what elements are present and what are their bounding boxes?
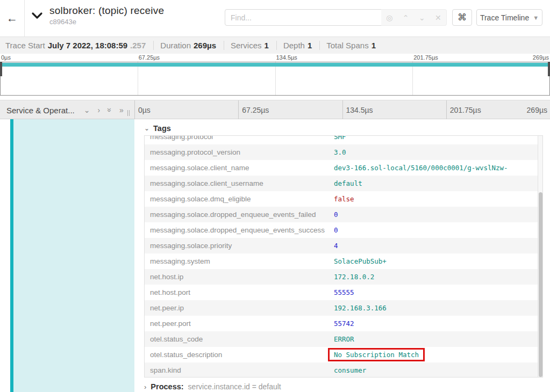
find-input[interactable] [225,9,382,26]
tag-row[interactable]: net.peer.ip192.168.3.166 [145,300,542,316]
close-icon[interactable]: ✕ [435,13,441,22]
tag-key: messaging.protocol [145,135,334,141]
trace-title: solbroker: (topic) receive [49,5,164,17]
tags-section-title: Tags [153,124,171,133]
tag-value: 3.0 [334,148,346,156]
tag-row[interactable]: net.host.port55555 [145,285,542,300]
ruler-tick: 67.25µs [238,100,342,120]
double-chevron-right-icon[interactable]: » [119,106,124,114]
tag-row[interactable]: otel.status_codeERROR [145,331,542,347]
tag-row[interactable]: messaging.solace.dropped_enqueue_events_… [145,222,542,238]
trace-page-header: ← solbroker: (topic) receive c89643e ◎ ⌃… [0,0,550,37]
tag-key: messaging.solace.client_name [145,164,334,172]
chevron-down-icon: ⌄ [144,125,149,132]
process-section-toggle[interactable]: › Process: service.instance.id = default [144,382,281,391]
minimap-tick-label: 0µs [1,54,11,61]
tag-key: net.host.port [145,288,334,296]
trace-summary-bar: Trace StartJuly 7 2022, 18:08:59.257Dura… [0,37,550,54]
back-arrow-icon: ← [6,12,18,25]
double-chevron-down-icon[interactable]: » [106,108,113,112]
tag-key: otel.status_description [145,351,334,359]
process-section-title: Process: [151,382,183,391]
tag-key: messaging.solace.dropped_enqueue_events_… [145,210,334,219]
tag-key: span.kind [145,366,334,374]
minimap-span-bar [1,63,549,67]
tag-value: 55555 [334,288,354,296]
span-name-panel[interactable] [13,119,134,392]
tag-row[interactable]: messaging.solace.dropped_enqueue_events_… [145,207,542,222]
service-operation-header: Service & Operat... ⌄ › » » [0,100,134,120]
trace-id: c89643e [49,18,164,26]
tags-rows: messaging.protocolSMFmessaging.protocol_… [145,135,542,378]
column-resize-grip[interactable] [127,110,130,116]
tag-value: No Subscription Match [334,351,425,359]
trace-view-selector[interactable]: Trace Timeline ▼ [476,9,542,26]
summary-label: Trace Start [5,41,45,50]
minimap-left-drag-handle[interactable] [0,62,2,76]
tags-scrollbar-track[interactable] [538,136,542,377]
minimap-viewport[interactable] [0,62,550,96]
summary-value: 1 [372,41,376,50]
tag-value: SMF [334,135,346,141]
target-icon[interactable]: ◎ [386,13,392,22]
tags-section-toggle[interactable]: ⌄ Tags [144,124,171,133]
tag-row[interactable]: messaging.protocolSMF [145,135,542,144]
tag-value: 172.18.0.2 [334,273,374,281]
tag-value: 192.168.3.166 [334,304,387,312]
keyboard-shortcuts-button[interactable]: ⌘ [452,9,472,26]
tag-key: net.peer.ip [145,304,334,312]
summary-item: Depth1 [277,41,320,50]
trace-minimap: 0µs67.25µs134.5µs201.75µs269µs [0,54,550,97]
service-operation-label[interactable]: Service & Operat... [6,106,75,115]
tag-row[interactable]: messaging.systemSolacePubSub+ [145,253,542,269]
minimap-tick-label: 134.5µs [276,54,297,61]
chevron-down-icon[interactable]: ⌄ [419,13,425,22]
tag-value: 55742 [334,320,354,328]
summary-label: Total Spans [326,41,368,50]
tag-value: false [334,195,354,203]
summary-item: Services1 [224,41,277,50]
timeline-column-header: Service & Operat... ⌄ › » » 0µs67.25µs13… [0,100,550,119]
chevron-down-icon [31,12,43,19]
tag-key: messaging.system [145,257,334,265]
minimap-right-drag-handle[interactable] [548,62,550,76]
ruler-tick: 0µs [134,100,238,120]
tags-scrollbar-thumb[interactable] [539,192,542,377]
tag-key: messaging.solace.dropped_enqueue_events_… [145,226,334,234]
timeline-ruler: 0µs67.25µs134.5µs201.75µs269µs [134,100,550,120]
minimap-tick-label: 201.75µs [413,54,438,61]
summary-item: Trace StartJuly 7 2022, 18:08:59.257 [5,41,154,50]
chevron-up-icon[interactable]: ⌃ [403,13,409,22]
tag-row[interactable]: span.kindconsumer [145,362,542,378]
minimap-tick-label: 269µs [533,54,549,61]
summary-item: Duration269µs [154,41,224,50]
tag-row[interactable]: net.peer.port55742 [145,316,542,331]
collapse-header-button[interactable] [31,12,43,21]
span-detail-panel: ⌄ Tags messaging.protocolSMFmessaging.pr… [134,119,550,392]
tag-row[interactable]: messaging.solace.client_usernamedefault [145,176,542,191]
tag-row[interactable]: messaging.solace.dmq_eligiblefalse [145,191,542,207]
title-block: solbroker: (topic) receive c89643e [49,5,164,26]
tag-key: messaging.solace.dmq_eligible [145,195,334,203]
error-annotation-box: No Subscription Match [328,348,425,361]
chevron-right-icon[interactable]: › [97,106,100,114]
summary-label: Services [231,41,262,50]
tag-row[interactable]: net.host.ip172.18.0.2 [145,269,542,285]
tag-key: messaging.protocol_version [145,148,334,156]
tag-value: dev3-166.sol-local/5160/000c0001/g-wvslN… [334,164,508,172]
chevron-right-icon: › [144,383,146,391]
tag-value: 0 [334,226,338,234]
tag-row[interactable]: otel.status_descriptionNo Subscription M… [145,347,542,362]
tag-value: consumer [334,366,366,374]
back-button[interactable]: ← [0,0,25,37]
tag-row[interactable]: messaging.solace.client_namedev3-166.sol… [145,160,542,176]
summary-value: 1 [308,41,312,50]
tag-key: otel.status_code [145,335,334,343]
tag-row[interactable]: messaging.solace.priority4 [145,238,542,253]
tag-row[interactable]: messaging.protocol_version3.0 [145,144,542,160]
summary-value: 269µs [194,41,216,50]
ruler-tick: 134.5µs [342,100,446,120]
find-toolbar: ◎ ⌃ ⌄ ✕ [381,9,447,26]
ruler-tick: 269µs [527,100,547,120]
chevron-down-icon[interactable]: ⌄ [84,106,90,114]
